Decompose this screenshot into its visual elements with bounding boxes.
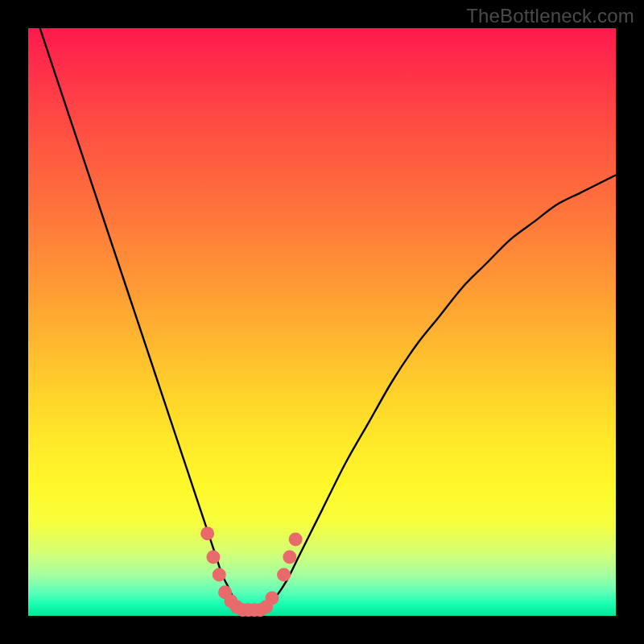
curve-marker bbox=[277, 568, 291, 581]
curve-marker bbox=[289, 533, 303, 547]
curve-marker bbox=[265, 592, 279, 605]
curve-marker bbox=[200, 526, 214, 540]
watermark-text: TheBottleneck.com bbox=[466, 5, 634, 27]
chart-frame: TheBottleneck.com bbox=[0, 0, 644, 644]
curve-markers bbox=[200, 526, 303, 617]
curve-marker bbox=[213, 568, 226, 581]
plot-area bbox=[28, 28, 616, 616]
curve-marker bbox=[283, 551, 296, 564]
bottleneck-curve bbox=[40, 28, 616, 610]
curve-layer bbox=[28, 28, 616, 616]
curve-marker bbox=[206, 551, 220, 564]
